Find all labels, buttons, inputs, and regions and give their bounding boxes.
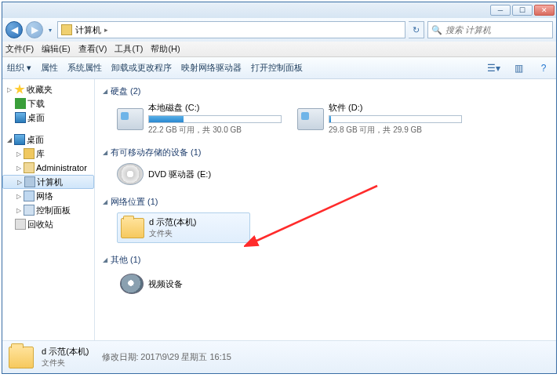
group-removable: ◢有可移动存储的设备 (1) DVD 驱动器 (E:) (103, 145, 548, 188)
tree-network[interactable]: ▷网络 (2, 189, 94, 203)
tree-desktop[interactable]: ◢桌面 (2, 132, 94, 147)
tool-properties[interactable]: 属性 (41, 62, 58, 74)
history-dropdown[interactable]: ▾ (46, 21, 54, 38)
details-name: d 示范(本机) (42, 346, 89, 358)
explorer-window: ─ ☐ ✕ ◀ ▶ ▾ 计算机 ▸ ↻ 🔍 文件(F) 编辑(E) 查看(V) … (2, 2, 557, 374)
tree-downloads[interactable]: 下载 (2, 96, 94, 111)
controlpanel-icon (24, 205, 35, 216)
computer-icon (24, 176, 35, 187)
menu-view[interactable]: 查看(V) (78, 43, 107, 55)
netloc-folder[interactable]: d 示范(本机) 文件夹 (117, 212, 250, 243)
tool-sysprops[interactable]: 系统属性 (67, 62, 102, 74)
preview-pane-button[interactable]: ▥ (511, 60, 526, 76)
tree-favorites[interactable]: ▷收藏夹 (2, 82, 94, 96)
search-input[interactable] (445, 25, 540, 34)
forward-button[interactable]: ▶ (26, 21, 43, 38)
group-header-other[interactable]: ◢其他 (1) (103, 252, 548, 267)
desktop-icon (15, 112, 26, 123)
hdd-icon (117, 108, 144, 130)
breadcrumb[interactable]: 计算机 (75, 24, 101, 36)
computer-icon (61, 24, 72, 35)
folder-icon (121, 218, 144, 238)
address-bar[interactable]: 计算机 ▸ (57, 21, 405, 38)
nav-sidebar: ▷收藏夹 下载 桌面 ◢桌面 ▷库 ▷Administrator ▷计算机 ▷网… (2, 79, 95, 340)
camera-icon (120, 274, 144, 294)
capacity-bar (148, 115, 282, 123)
group-other: ◢其他 (1) 视频设备 (103, 252, 548, 300)
tree-controlpanel[interactable]: ▷控制面板 (2, 203, 94, 217)
collapse-icon: ◢ (103, 149, 107, 156)
tree-libraries[interactable]: ▷库 (2, 147, 94, 161)
tree-user[interactable]: ▷Administrator (2, 161, 94, 175)
help-button[interactable]: ? (536, 60, 551, 76)
group-hdd: ◢硬盘 (2) 本地磁盘 (C:) 22.2 GB 可用，共 30.0 GB (103, 84, 548, 139)
menu-file[interactable]: 文件(F) (5, 43, 34, 55)
view-mode-button[interactable]: ☰▾ (485, 60, 501, 76)
group-header-netloc[interactable]: ◢网络位置 (1) (103, 194, 548, 209)
download-icon (15, 98, 26, 109)
tool-uninstall[interactable]: 卸载或更改程序 (111, 62, 172, 74)
back-button[interactable]: ◀ (5, 21, 23, 38)
tree-computer[interactable]: ▷计算机 (2, 175, 94, 189)
collapse-icon: ◢ (103, 256, 107, 263)
folder-icon (9, 347, 34, 368)
titlebar: ─ ☐ ✕ (2, 2, 556, 18)
details-pane: d 示范(本机) 文件夹 修改日期: 2017\9\29 星期五 16:15 (2, 340, 556, 373)
dvd-icon (117, 163, 144, 185)
drive-dvd[interactable]: DVD 驱动器 (E:) (117, 163, 282, 185)
toolbar: 组织 ▾ 属性 系统属性 卸载或更改程序 映射网络驱动器 打开控制面板 ☰▾ ▥… (2, 57, 556, 79)
recyclebin-icon (15, 219, 26, 230)
libraries-icon (24, 148, 35, 159)
hdd-icon (297, 108, 324, 130)
tree-recyclebin[interactable]: 回收站 (2, 217, 94, 231)
menu-help[interactable]: 帮助(H) (151, 43, 180, 55)
drive-c[interactable]: 本地磁盘 (C:) 22.2 GB 可用，共 30.0 GB (117, 102, 282, 136)
tree-desktop-fav[interactable]: 桌面 (2, 111, 94, 125)
close-button[interactable]: ✕ (534, 5, 555, 16)
crumb-sep-icon[interactable]: ▸ (104, 26, 108, 34)
maximize-button[interactable]: ☐ (512, 5, 533, 16)
tool-controlpanel[interactable]: 打开控制面板 (251, 62, 303, 74)
other-video[interactable]: 视频设备 (117, 270, 250, 297)
tool-organize[interactable]: 组织 ▾ (7, 62, 31, 74)
minimize-button[interactable]: ─ (490, 5, 511, 16)
user-icon (24, 162, 35, 173)
details-modified: 修改日期: 2017\9\29 星期五 16:15 (102, 351, 231, 363)
collapse-icon: ◢ (103, 88, 107, 95)
menu-edit[interactable]: 编辑(E) (42, 43, 71, 55)
nav-row: ◀ ▶ ▾ 计算机 ▸ ↻ 🔍 (2, 18, 556, 42)
tool-mapdrive[interactable]: 映射网络驱动器 (181, 62, 242, 74)
search-box[interactable]: 🔍 (427, 21, 553, 38)
drive-d[interactable]: 软件 (D:) 29.8 GB 可用，共 29.9 GB (297, 102, 462, 136)
search-icon: 🔍 (431, 25, 442, 35)
content-pane[interactable]: ◢硬盘 (2) 本地磁盘 (C:) 22.2 GB 可用，共 30.0 GB (95, 79, 556, 340)
star-icon (14, 84, 25, 95)
collapse-icon: ◢ (103, 198, 107, 205)
desktop-icon (14, 134, 25, 145)
network-icon (24, 191, 35, 201)
refresh-button[interactable]: ↻ (409, 21, 424, 38)
details-type: 文件夹 (42, 358, 89, 368)
menubar: 文件(F) 编辑(E) 查看(V) 工具(T) 帮助(H) (2, 42, 556, 57)
menu-tools[interactable]: 工具(T) (115, 43, 143, 55)
group-header-hdd[interactable]: ◢硬盘 (2) (103, 84, 548, 99)
group-header-removable[interactable]: ◢有可移动存储的设备 (1) (103, 145, 548, 160)
group-netloc: ◢网络位置 (1) d 示范(本机) 文件夹 (103, 194, 548, 246)
capacity-bar (329, 115, 462, 123)
